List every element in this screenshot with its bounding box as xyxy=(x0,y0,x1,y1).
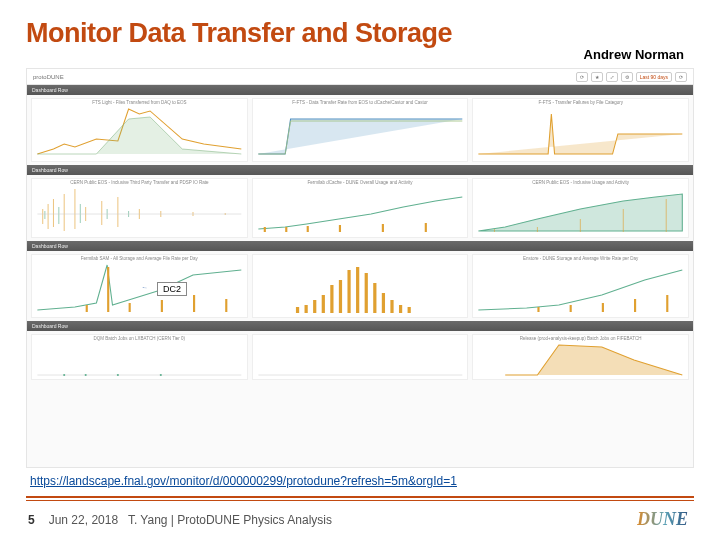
dash-toolbar-btn: ★ xyxy=(591,72,603,82)
chart-panel: Enstore - DUNE Storage and Average Write… xyxy=(472,254,689,318)
svg-rect-37 xyxy=(313,300,316,313)
svg-rect-18 xyxy=(263,227,265,232)
dash-toolbar-btn: ⟳ xyxy=(675,72,687,82)
author-name: Andrew Norman xyxy=(26,47,684,62)
svg-rect-33 xyxy=(193,295,195,312)
svg-rect-19 xyxy=(285,227,287,232)
section-divider: Dashboard Row xyxy=(27,165,693,175)
dashboard-screenshot: protoDUNE ⟳ ★ ⤢ ⚙ Last 90 days ⟳ Dashboa… xyxy=(26,68,694,468)
svg-point-56 xyxy=(85,374,87,376)
svg-rect-34 xyxy=(225,299,227,312)
svg-rect-31 xyxy=(129,303,131,312)
time-range-picker: Last 90 days xyxy=(636,72,672,82)
svg-rect-21 xyxy=(339,225,341,232)
dash-toolbar-btn: ⤢ xyxy=(606,72,618,82)
chart-panel: CERN Public EOS - Inclusive Third Party … xyxy=(31,178,248,238)
dashboard-brand: protoDUNE xyxy=(33,74,64,80)
annotation-label-dc2: DC2 xyxy=(157,282,187,296)
footer-attribution: T. Yang | ProtoDUNE Physics Analysis xyxy=(128,513,332,527)
chart-panel: DQM Batch Jobs on LXBATCH (CERN Tier 0) xyxy=(31,334,248,380)
svg-rect-52 xyxy=(634,299,636,312)
svg-point-58 xyxy=(160,374,162,376)
chart-panel: CERN Public EOS - Inclusive Usage and Ac… xyxy=(472,178,689,238)
dashboard-url-link[interactable]: https://landscape.fnal.gov/monitor/d/000… xyxy=(26,474,694,488)
svg-rect-29 xyxy=(86,305,88,312)
chart-panel: Fermilab dCache - DUNE Overall Usage and… xyxy=(252,178,469,238)
dashboard-header: protoDUNE ⟳ ★ ⤢ ⚙ Last 90 days ⟳ xyxy=(27,69,693,85)
svg-rect-32 xyxy=(161,300,163,312)
footer-date: Jun 22, 2018 xyxy=(49,513,118,527)
svg-rect-20 xyxy=(306,226,308,232)
section-divider: Dashboard Row xyxy=(27,85,693,95)
svg-rect-36 xyxy=(304,305,307,313)
dash-toolbar-btn: ⚙ xyxy=(621,72,633,82)
chart-panel xyxy=(252,254,469,318)
svg-rect-43 xyxy=(364,273,367,313)
slide-title: Monitor Data Transfer and Storage xyxy=(26,18,694,49)
page-number: 5 xyxy=(28,513,35,527)
svg-rect-49 xyxy=(538,307,540,312)
svg-rect-45 xyxy=(381,293,384,313)
svg-rect-50 xyxy=(570,305,572,312)
dash-toolbar-btn: ⟳ xyxy=(576,72,588,82)
chart-panel: Release (prod+analysis+keepup) Batch Job… xyxy=(472,334,689,380)
svg-rect-41 xyxy=(347,270,350,313)
annotation-arrow xyxy=(132,287,157,289)
chart-panel: Fermilab SAM - All Storage and Average F… xyxy=(31,254,248,318)
section-divider: Dashboard Row xyxy=(27,321,693,331)
svg-rect-23 xyxy=(424,223,426,232)
svg-marker-61 xyxy=(143,287,144,288)
svg-rect-51 xyxy=(602,303,604,312)
section-divider: Dashboard Row xyxy=(27,241,693,251)
svg-rect-39 xyxy=(330,285,333,313)
svg-rect-53 xyxy=(667,295,669,312)
svg-point-55 xyxy=(63,374,65,376)
svg-rect-48 xyxy=(407,307,410,313)
svg-rect-42 xyxy=(356,267,359,313)
svg-point-57 xyxy=(117,374,119,376)
chart-panel: F-FTS - Data Transfer Rate from EOS to d… xyxy=(252,98,469,162)
svg-rect-44 xyxy=(373,283,376,313)
chart-panel xyxy=(252,334,469,380)
chart-panel: F-FTS - Transfer Failures by File Catego… xyxy=(472,98,689,162)
svg-rect-38 xyxy=(321,295,324,313)
dune-logo: DUNE xyxy=(637,509,692,530)
svg-rect-46 xyxy=(390,300,393,313)
svg-rect-30 xyxy=(107,267,109,312)
svg-rect-35 xyxy=(296,307,299,313)
chart-panel: FTS Light - Files Transferred from DAQ t… xyxy=(31,98,248,162)
svg-rect-47 xyxy=(399,305,402,313)
svg-rect-22 xyxy=(381,224,383,232)
svg-rect-40 xyxy=(339,280,342,313)
